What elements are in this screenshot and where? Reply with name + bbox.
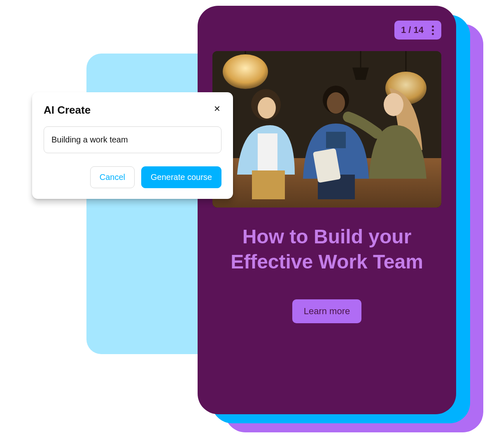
svg-point-12 bbox=[327, 92, 345, 114]
svg-rect-10 bbox=[252, 170, 285, 199]
course-hero-image bbox=[212, 51, 441, 208]
svg-point-8 bbox=[258, 97, 276, 119]
course-title: How to Build your Effective Work Team bbox=[220, 224, 434, 275]
course-preview-card: 1 / 14 bbox=[198, 6, 456, 414]
page-indicator-text: 1 / 14 bbox=[401, 25, 424, 35]
learn-more-button[interactable]: Learn more bbox=[292, 299, 362, 323]
svg-rect-13 bbox=[326, 132, 346, 148]
svg-rect-9 bbox=[258, 133, 277, 170]
svg-point-16 bbox=[384, 93, 403, 116]
more-icon[interactable] bbox=[431, 26, 435, 35]
svg-point-5 bbox=[223, 54, 268, 89]
generate-course-button[interactable]: Generate course bbox=[141, 166, 221, 188]
course-topbar: 1 / 14 bbox=[212, 21, 441, 40]
cancel-button[interactable]: Cancel bbox=[90, 166, 135, 188]
page-indicator-pill[interactable]: 1 / 14 bbox=[394, 21, 441, 40]
modal-title: AI Create bbox=[44, 104, 91, 117]
close-icon: ✕ bbox=[214, 104, 221, 113]
ai-create-modal: AI Create ✕ Cancel Generate course bbox=[32, 92, 233, 199]
close-button[interactable]: ✕ bbox=[213, 104, 221, 114]
course-topic-input[interactable] bbox=[44, 126, 221, 153]
